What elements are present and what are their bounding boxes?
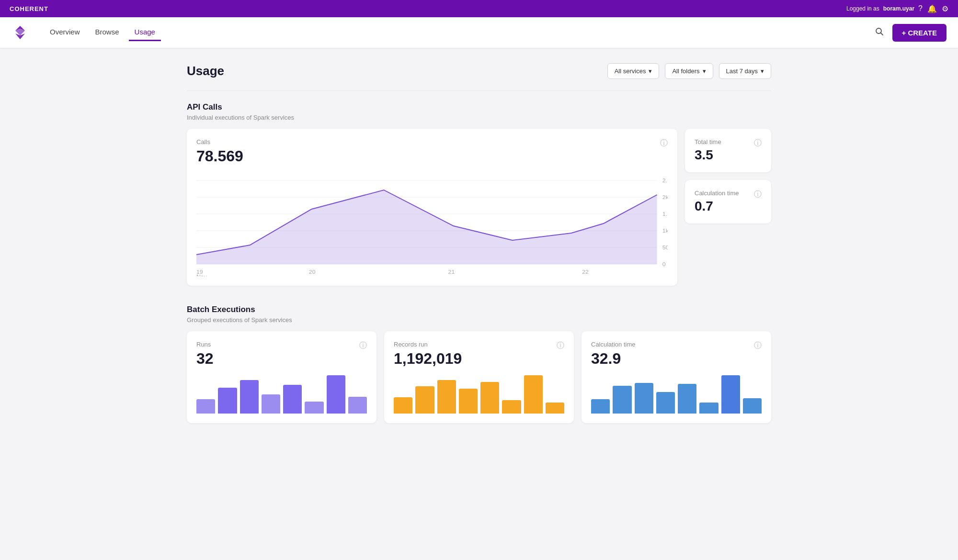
svg-text:1.5k: 1.5k [662, 211, 668, 217]
info-icon[interactable]: ⓘ [754, 138, 762, 148]
svg-line-1 [880, 33, 883, 35]
records-bar-chart [394, 375, 564, 414]
bar [262, 394, 280, 414]
api-calls-sub: Individual executions of Spark services [187, 114, 771, 121]
create-button[interactable]: + CREATE [892, 24, 947, 42]
svg-text:20: 20 [309, 269, 316, 275]
bar [327, 375, 345, 414]
bar [656, 392, 675, 414]
records-card: ⓘ Records run 1,192,019 [384, 331, 574, 423]
nav-browse[interactable]: Browse [90, 24, 125, 41]
bar [524, 375, 543, 414]
bar [699, 403, 718, 414]
api-calls-section: API Calls Individual executions of Spark… [187, 102, 771, 286]
batch-calc-time-card: ⓘ Calculation time 32.9 [582, 331, 771, 423]
bar [546, 403, 564, 414]
search-button[interactable] [872, 24, 887, 41]
batch-calc-value: 32.9 [591, 350, 762, 368]
svg-text:2.5k: 2.5k [662, 178, 668, 183]
calc-bar-chart [591, 375, 762, 414]
api-calls-title: API Calls [187, 102, 771, 112]
area-chart: 2.5k 2k 1.5k 1k 500 0 19 Nov 20 21 22 [196, 171, 668, 276]
records-label: Records run [394, 341, 564, 348]
page-title: Usage [187, 64, 224, 78]
bar [415, 386, 434, 414]
chevron-down-icon: ▾ [703, 67, 706, 75]
svg-text:0: 0 [662, 261, 666, 267]
svg-text:22: 22 [582, 269, 589, 275]
brand-label: COHERENT [10, 5, 48, 12]
total-time-card: ⓘ Total time 3.5 [685, 129, 771, 172]
info-icon[interactable]: ⓘ [754, 190, 762, 200]
bar [743, 398, 762, 414]
navbar-right: + CREATE [872, 24, 947, 42]
username-label: boram.uyar [883, 5, 914, 12]
bar [305, 402, 323, 414]
logo-icon [11, 24, 29, 41]
logged-in-label: Logged in as [846, 5, 879, 12]
bar [348, 397, 367, 414]
filter-folders[interactable]: All folders ▾ [665, 63, 713, 79]
calc-time-value: 0.7 [695, 199, 762, 214]
info-icon[interactable]: ⓘ [660, 138, 668, 148]
svg-text:Nov: Nov [196, 274, 207, 276]
navbar: Overview Browse Usage + CREATE [0, 17, 958, 48]
info-icon[interactable]: ⓘ [557, 341, 564, 351]
bar [480, 382, 499, 414]
chevron-down-icon: ▾ [761, 67, 764, 75]
svg-text:2k: 2k [662, 194, 668, 200]
bell-icon[interactable]: 🔔 [927, 4, 937, 13]
batch-executions-section: Batch Executions Grouped executions of S… [187, 305, 771, 423]
user-info: Logged in as boram.uyar ? 🔔 ⚙ [846, 4, 948, 13]
bar [678, 384, 696, 414]
bar [613, 386, 631, 414]
runs-card: ⓘ Runs 32 [187, 331, 376, 423]
nav-links: Overview Browse Usage [44, 24, 857, 41]
settings-icon[interactable]: ⚙ [942, 4, 948, 13]
calc-time-card: ⓘ Calculation time 0.7 [685, 180, 771, 224]
batch-title: Batch Executions [187, 305, 771, 314]
filter-row: All services ▾ All folders ▾ Last 7 days… [607, 63, 771, 79]
total-time-label: Total time [695, 138, 762, 146]
chevron-down-icon: ▾ [649, 67, 652, 75]
bar [196, 399, 215, 414]
info-icon[interactable]: ⓘ [359, 341, 367, 351]
total-time-value: 3.5 [695, 147, 762, 163]
bar [721, 375, 740, 414]
nav-overview[interactable]: Overview [44, 24, 86, 41]
bar [394, 397, 412, 414]
divider [187, 90, 771, 91]
main-content: Usage All services ▾ All folders ▾ Last … [168, 48, 790, 458]
small-cards-column: ⓘ Total time 3.5 ⓘ Calculation time 0.7 [685, 129, 771, 286]
svg-text:500: 500 [662, 245, 668, 250]
bar [635, 383, 653, 414]
runs-label: Runs [196, 341, 367, 348]
api-calls-row: ⓘ Calls 78.569 [187, 129, 771, 286]
svg-text:1k: 1k [662, 228, 668, 234]
topbar: COHERENT Logged in as boram.uyar ? 🔔 ⚙ [0, 0, 958, 17]
runs-value: 32 [196, 350, 367, 368]
help-icon[interactable]: ? [918, 4, 923, 13]
calls-chart-card: ⓘ Calls 78.569 [187, 129, 677, 286]
records-value: 1,192,019 [394, 350, 564, 368]
bar [218, 388, 237, 414]
bar [591, 399, 610, 414]
page-header: Usage All services ▾ All folders ▾ Last … [187, 63, 771, 79]
svg-text:21: 21 [448, 269, 455, 275]
filter-time[interactable]: Last 7 days ▾ [719, 63, 772, 79]
batch-calc-label: Calculation time [591, 341, 762, 348]
svg-marker-8 [196, 190, 657, 264]
batch-cards-row: ⓘ Runs 32 ⓘ Records run 1,192,01 [187, 331, 771, 423]
runs-bar-chart [196, 375, 367, 414]
calls-value: 78.569 [196, 147, 668, 165]
search-icon [875, 27, 884, 36]
topbar-icons: ? 🔔 ⚙ [918, 4, 948, 13]
bar [502, 400, 521, 414]
nav-usage[interactable]: Usage [129, 24, 161, 41]
filter-services[interactable]: All services ▾ [607, 63, 660, 79]
calls-label: Calls [196, 138, 668, 146]
batch-sub: Grouped executions of Spark services [187, 316, 771, 324]
bar [437, 380, 456, 414]
bar [283, 385, 302, 414]
info-icon[interactable]: ⓘ [754, 341, 762, 351]
